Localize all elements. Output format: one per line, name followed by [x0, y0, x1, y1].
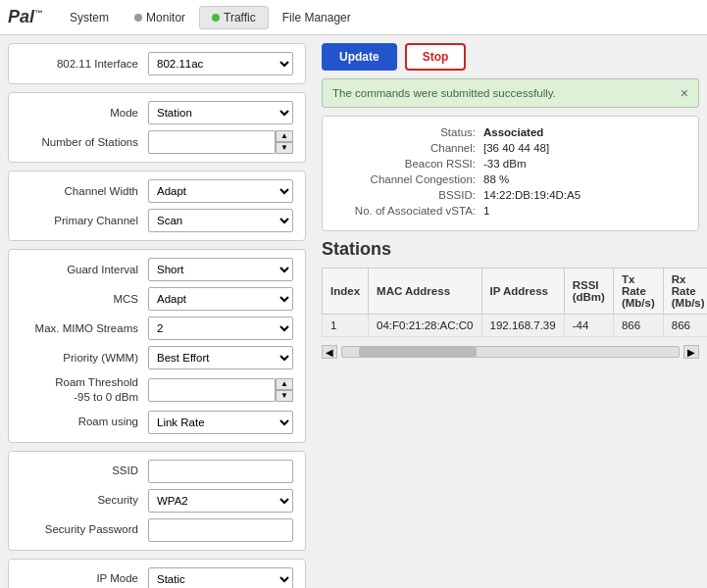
guard-interval-control: Short Long — [148, 258, 293, 281]
main-layout: 802.11 Interface 802.11ac Mode Station A… — [0, 35, 707, 588]
security-field: Security WPA2 WPA — [21, 489, 293, 513]
nav-label-traffic: Traffic — [224, 11, 256, 24]
app-logo: Pal™ — [8, 7, 42, 27]
priority-control: Best Effort Background — [148, 346, 293, 369]
num-stations-input[interactable]: 1 — [148, 130, 276, 154]
update-button[interactable]: Update — [322, 43, 397, 71]
channel-value: [36 40 44 48] — [483, 142, 549, 154]
spinner-down-button[interactable]: ▼ — [276, 142, 293, 154]
scroll-track[interactable] — [341, 346, 680, 358]
guard-interval-select[interactable]: Short Long — [148, 258, 293, 281]
nav-label-file-manager: File Manager — [282, 11, 351, 24]
stop-button[interactable]: Stop — [405, 43, 467, 71]
max-mimo-label: Max. MIMO Streams — [21, 321, 148, 336]
ip-card: IP Mode Static DHCP IP Address 192.168.7… — [8, 559, 306, 588]
col-header-tx-rate: Tx Rate (Mb/s) — [613, 269, 663, 315]
scroll-right-button[interactable]: ▶ — [683, 345, 699, 359]
channel-width-select[interactable]: Adapt 20 MHz 40 MHz — [148, 179, 293, 203]
nav-item-system[interactable]: System — [58, 6, 121, 29]
roam-using-label: Roam using — [21, 415, 148, 429]
primary-channel-control: Scan 1 6 — [148, 209, 293, 232]
mode-field: Mode Station AP — [21, 101, 293, 124]
cell-rx-rate: 866 — [663, 315, 707, 337]
close-success-button[interactable]: × — [681, 85, 688, 101]
channel-congestion-row: Channel Congestion: 88 % — [336, 173, 684, 185]
roam-using-field: Roam using Link Rate RSSI — [21, 411, 293, 434]
traffic-dot-icon — [212, 14, 220, 22]
nav-items: System Monitor Traffic File Manager — [58, 6, 363, 29]
roam-threshold-spinner-buttons: ▲ ▼ — [276, 378, 293, 402]
spinner-up-button[interactable]: ▲ — [276, 130, 293, 142]
success-text: The commands were submitted successfully… — [332, 87, 556, 99]
bssid-label: BSSID: — [336, 189, 483, 201]
ssid-security-card: SSID DUT Security WPA2 WPA Security Pass… — [8, 451, 306, 551]
bssid-row: BSSID: 14:22:DB:19:4D:A5 — [336, 189, 684, 201]
col-header-ip: IP Address — [481, 269, 564, 315]
ip-mode-control: Static DHCP — [148, 567, 293, 588]
priority-field: Priority (WMM) Best Effort Background — [21, 346, 293, 369]
num-stations-field: Number of Stations 1 ▲ ▼ — [21, 130, 293, 154]
roam-threshold-label: Roam Threshold -95 to 0 dBm — [21, 375, 148, 405]
max-mimo-field: Max. MIMO Streams 2 1 — [21, 317, 293, 340]
nav-item-monitor[interactable]: Monitor — [123, 6, 197, 29]
num-stations-control: 1 ▲ ▼ — [148, 130, 293, 154]
beacon-rssi-value: -33 dBm — [483, 158, 526, 170]
scroll-thumb[interactable] — [359, 347, 477, 357]
channel-width-control: Adapt 20 MHz 40 MHz — [148, 179, 293, 203]
nav-item-file-manager[interactable]: File Manager — [271, 6, 363, 29]
mcs-control: Adapt — [148, 287, 293, 311]
mcs-select[interactable]: Adapt — [148, 287, 293, 311]
table-row: 1 04:F0:21:28:AC:C0 192.168.7.39 -44 866… — [323, 315, 708, 337]
security-password-field: Security Password 11111111 — [21, 518, 293, 542]
stations-title: Stations — [322, 239, 699, 260]
assoc-vsta-value: 1 — [483, 205, 489, 217]
ip-mode-label: IP Mode — [21, 571, 148, 586]
roam-threshold-down-button[interactable]: ▼ — [276, 390, 293, 402]
nav-item-traffic[interactable]: Traffic — [199, 6, 269, 29]
cell-rssi: -44 — [564, 315, 613, 337]
max-mimo-select[interactable]: 2 1 — [148, 317, 293, 340]
action-buttons: Update Stop — [322, 43, 699, 71]
beacon-rssi-label: Beacon RSSI: — [336, 158, 483, 170]
roam-threshold-control: -55 ▲ ▼ — [148, 378, 293, 402]
mcs-field: MCS Adapt — [21, 287, 293, 311]
mcs-label: MCS — [21, 292, 148, 307]
security-select[interactable]: WPA2 WPA — [148, 489, 293, 513]
primary-channel-select[interactable]: Scan 1 6 — [148, 209, 293, 232]
security-password-label: Security Password — [21, 522, 148, 537]
priority-select[interactable]: Best Effort Background — [148, 346, 293, 369]
mode-label: Mode — [21, 106, 148, 121]
interface-select[interactable]: 802.11ac — [148, 52, 293, 75]
ssid-control: DUT — [148, 460, 293, 483]
ssid-field: SSID DUT — [21, 460, 293, 483]
assoc-vsta-label: No. of Associated vSTA: — [336, 205, 483, 217]
cell-mac: 04:F0:21:28:AC:C0 — [369, 315, 481, 337]
channel-card: Channel Width Adapt 20 MHz 40 MHz Primar… — [8, 171, 306, 241]
roam-using-select[interactable]: Link Rate RSSI — [148, 411, 293, 434]
roam-threshold-input[interactable]: -55 — [148, 378, 276, 402]
mode-control: Station AP — [148, 101, 293, 124]
channel-congestion-value: 88 % — [483, 173, 509, 185]
security-password-input[interactable]: 11111111 — [148, 518, 293, 542]
col-header-index: Index — [323, 269, 369, 315]
mode-card: Mode Station AP Number of Stations 1 ▲ ▼ — [8, 92, 306, 163]
ssid-label: SSID — [21, 464, 148, 478]
interface-field: 802.11 Interface 802.11ac — [21, 52, 293, 75]
ip-mode-field: IP Mode Static DHCP — [21, 567, 293, 588]
scroll-left-button[interactable]: ◀ — [322, 345, 337, 359]
cell-ip: 192.168.7.39 — [481, 315, 564, 337]
cell-tx-rate: 866 — [613, 315, 663, 337]
primary-channel-label: Primary Channel — [21, 214, 148, 228]
table-header-row: Index MAC Address IP Address RSSI (dBm) … — [323, 269, 708, 315]
guard-interval-label: Guard Interval — [21, 263, 148, 277]
bssid-value: 14:22:DB:19:4D:A5 — [483, 189, 581, 201]
ip-mode-select[interactable]: Static DHCP — [148, 567, 293, 588]
num-stations-label: Number of Stations — [21, 135, 148, 150]
interface-label: 802.11 Interface — [21, 57, 148, 72]
mode-select[interactable]: Station AP — [148, 101, 293, 124]
status-label: Status: — [336, 126, 483, 138]
roam-threshold-up-button[interactable]: ▲ — [276, 378, 293, 390]
primary-channel-field: Primary Channel Scan 1 6 — [21, 209, 293, 232]
ssid-input[interactable]: DUT — [148, 460, 293, 483]
left-panel: 802.11 Interface 802.11ac Mode Station A… — [0, 35, 314, 588]
